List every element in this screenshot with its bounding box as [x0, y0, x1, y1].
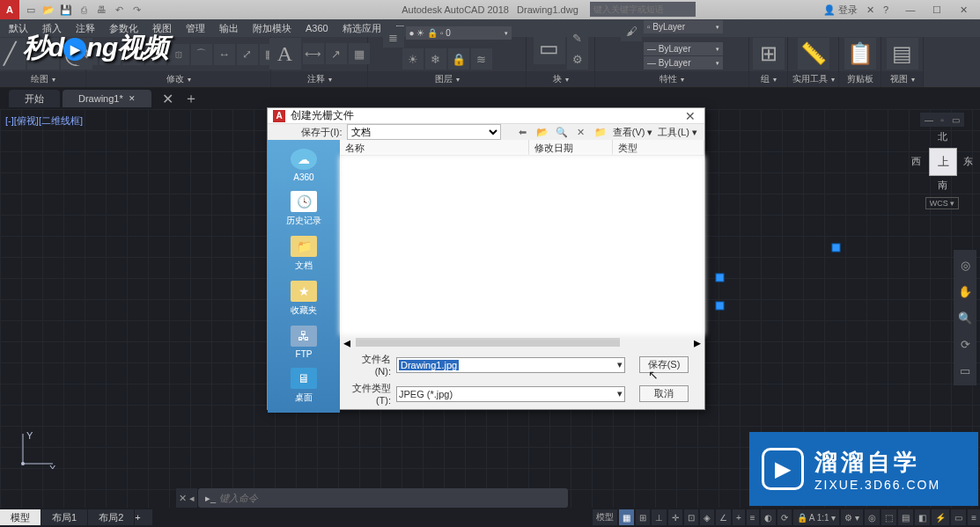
measure-icon[interactable]: 📏: [798, 38, 829, 70]
tab-new-button[interactable]: ✕: [159, 90, 177, 107]
fillet-icon[interactable]: ⌒: [191, 44, 212, 65]
cmd-close-icon[interactable]: ✕ ◂: [176, 488, 197, 508]
filename-input[interactable]: Drawing1.jpg▾: [396, 357, 625, 373]
filetype-combo[interactable]: JPEG (*.jpg)▾: [396, 386, 625, 402]
copy-icon[interactable]: ⧉: [145, 44, 166, 65]
close-button[interactable]: ✕: [950, 4, 976, 16]
move-icon[interactable]: ✥: [77, 44, 98, 65]
place-ftp[interactable]: 🖧FTP: [291, 322, 317, 362]
exchange-icon[interactable]: ✕: [866, 4, 874, 16]
place-history[interactable]: 🕓历史记录: [286, 187, 321, 231]
tools-dropdown[interactable]: 工具(L) ▾: [658, 126, 697, 139]
command-input[interactable]: [219, 493, 564, 503]
file-list[interactable]: [340, 156, 704, 335]
qat-save-icon[interactable]: 💾: [60, 4, 72, 16]
tab-close-icon[interactable]: ✕: [129, 94, 136, 103]
sb-polar-icon[interactable]: ✛: [668, 509, 682, 525]
paste-icon[interactable]: 📋: [844, 38, 876, 70]
qat-print-icon[interactable]: 🖶: [95, 4, 107, 16]
tab-start[interactable]: 开始: [9, 90, 60, 107]
line-tool-icon[interactable]: ╱: [0, 38, 26, 70]
col-name[interactable]: 名称: [340, 140, 529, 155]
create-block-icon[interactable]: ✎: [567, 27, 588, 48]
sb-custom-icon[interactable]: ≡: [968, 509, 980, 525]
layer-lock-icon[interactable]: 🔒: [448, 48, 469, 70]
newfolder-icon[interactable]: 📁: [593, 125, 608, 139]
qat-new-icon[interactable]: ▭: [25, 4, 37, 16]
tab-insert[interactable]: 插入: [37, 20, 67, 37]
tab-output[interactable]: 输出: [214, 20, 244, 37]
wcs-label[interactable]: WCS ▾: [925, 197, 960, 209]
text-tool-icon[interactable]: A: [269, 38, 301, 70]
layer-match-icon[interactable]: ≋: [471, 48, 492, 70]
sb-grid-icon[interactable]: ▦: [619, 509, 634, 525]
vp-minimize-icon[interactable]: —: [924, 114, 934, 125]
help-search-input[interactable]: [590, 2, 696, 17]
sb-3dosnap-icon[interactable]: ◈: [700, 509, 714, 525]
login-button[interactable]: 👤 登录: [823, 4, 858, 17]
sb-annomon-icon[interactable]: ◎: [865, 509, 880, 525]
qat-saveas-icon[interactable]: ⎙: [77, 4, 90, 16]
sb-cycling-icon[interactable]: ⟳: [777, 509, 792, 525]
mirror-icon[interactable]: ⎅: [168, 44, 189, 65]
layer-prop-icon[interactable]: ≣: [383, 26, 404, 48]
delete-icon[interactable]: ✕: [574, 125, 588, 139]
sb-units-icon[interactable]: ⬚: [881, 509, 896, 525]
sb-hw-icon[interactable]: ⚡: [932, 509, 949, 525]
tab-add-button[interactable]: ＋: [182, 90, 200, 107]
nav-showmotion-icon[interactable]: ▭: [954, 359, 976, 382]
panel-group[interactable]: 组▾: [749, 71, 787, 87]
scale-icon[interactable]: ⤢: [237, 44, 258, 65]
up-icon[interactable]: 📂: [535, 125, 549, 139]
sb-snap-icon[interactable]: ⊞: [636, 509, 650, 525]
sb-clean-icon[interactable]: ▭: [951, 509, 966, 525]
search-web-icon[interactable]: 🔍: [555, 125, 569, 139]
nav-pan-icon[interactable]: ✋: [954, 280, 976, 303]
sb-osnap-icon[interactable]: ⊡: [684, 509, 698, 525]
dialog-titlebar[interactable]: A创建光栅文件 ✕: [268, 108, 704, 124]
command-line[interactable]: ▸_: [198, 488, 568, 508]
col-date[interactable]: 修改日期: [529, 140, 613, 155]
dialog-close-button[interactable]: ✕: [682, 109, 699, 123]
leader-icon[interactable]: ↗: [326, 43, 347, 64]
panel-annotate[interactable]: 注释▾: [271, 71, 367, 87]
tab-model[interactable]: 模型: [0, 509, 41, 525]
app-icon[interactable]: A: [0, 0, 19, 19]
cancel-button[interactable]: 取消: [639, 385, 689, 402]
viewcube[interactable]: 北 南 西 东 上: [911, 130, 973, 192]
lineweight-combo[interactable]: — ByLayer▾: [644, 42, 723, 55]
sb-dyn-icon[interactable]: +: [733, 509, 745, 525]
rotate-icon[interactable]: ⟳: [99, 44, 121, 65]
panel-modify[interactable]: 修改▾: [86, 71, 270, 87]
nav-wheel-icon[interactable]: ◎: [954, 253, 976, 276]
panel-utilities[interactable]: 实用工具▾: [788, 71, 838, 87]
dimension-icon[interactable]: ⟷: [303, 43, 324, 64]
panel-clipboard[interactable]: 剪贴板: [839, 71, 881, 87]
nav-orbit-icon[interactable]: ⟳: [954, 333, 976, 355]
minimize-button[interactable]: —: [897, 4, 924, 16]
tab-manage[interactable]: 管理: [181, 20, 210, 37]
sb-iso-icon[interactable]: ◧: [915, 509, 930, 525]
trim-icon[interactable]: ✂: [122, 44, 144, 65]
tab-default[interactable]: 默认: [4, 20, 33, 37]
layer-combo[interactable]: ● ☀ 🔒 ▫ 0▾: [406, 26, 512, 40]
tab-a360[interactable]: A360: [300, 21, 334, 35]
linetype-combo[interactable]: — ByLayer▾: [644, 56, 723, 70]
sb-annoscale-icon[interactable]: 🔒 A 1:1 ▾: [793, 509, 840, 525]
tab-layout1[interactable]: 布局1: [41, 509, 87, 525]
polyline-tool-icon[interactable]: ⟋: [27, 38, 59, 70]
base-view-icon[interactable]: ▤: [887, 38, 918, 70]
color-combo[interactable]: ▫ ByLayer▾: [644, 20, 723, 33]
qat-redo-icon[interactable]: ↷: [130, 4, 143, 16]
stretch-icon[interactable]: ↔: [214, 44, 235, 65]
tab-drawing1[interactable]: Drawing1* ✕: [63, 90, 151, 107]
help-icon[interactable]: ?: [883, 4, 888, 15]
selected-geometry[interactable]: [713, 243, 854, 322]
sb-workspace-icon[interactable]: ⚙ ▾: [841, 509, 863, 525]
back-icon[interactable]: ⬅: [516, 125, 530, 139]
panel-view[interactable]: 视图▾: [881, 71, 923, 87]
maximize-button[interactable]: ☐: [924, 4, 950, 16]
sb-ortho-icon[interactable]: ⊥: [652, 509, 667, 525]
layer-on-icon[interactable]: ☀: [402, 48, 424, 70]
savein-combo[interactable]: 文档: [347, 124, 501, 140]
